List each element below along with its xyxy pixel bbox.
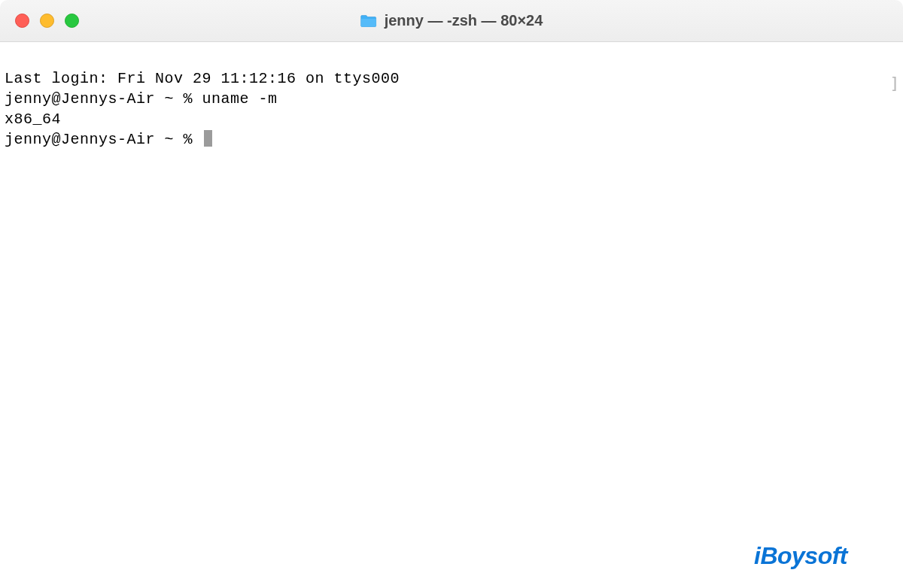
watermark-text: iBoysoft [754,542,847,569]
terminal-content[interactable]: Last login: Fri Nov 29 11:12:16 on ttys0… [0,42,903,588]
traffic-lights [15,14,79,28]
minimize-button[interactable] [40,14,54,28]
terminal-prompt-text: jenny@Jennys-Air ~ % [5,131,202,148]
terminal-line-prompt-1: jenny@Jennys-Air ~ % uname -m [5,89,898,109]
cursor-icon [204,130,212,147]
close-button[interactable] [15,14,29,28]
folder-icon [360,14,377,28]
terminal-line-output-1: x86_64 [5,109,898,129]
window-title-area: jenny — -zsh — 80×24 [360,12,543,29]
zoom-button[interactable] [65,14,79,28]
scroll-indicator-icon: ] [889,72,900,95]
window-title: jenny — -zsh — 80×24 [385,12,543,29]
terminal-line-prompt-2: jenny@Jennys-Air ~ % [5,129,898,150]
window-titlebar: jenny — -zsh — 80×24 [0,0,903,42]
terminal-line-last-login: Last login: Fri Nov 29 11:12:16 on ttys0… [5,68,898,89]
watermark-logo: iBoysoft [754,542,847,570]
